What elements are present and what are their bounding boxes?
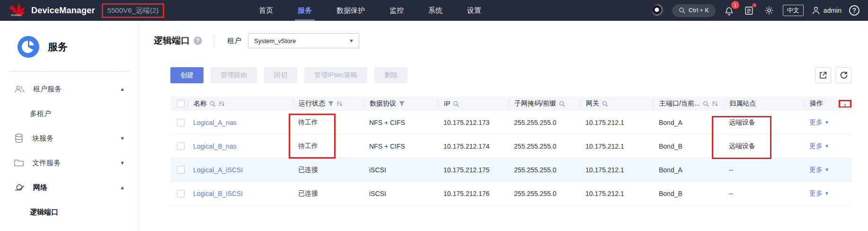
logical-port-link[interactable]: Logical_A_iSCSI	[193, 166, 243, 174]
sidebar-item-label: 块服务	[32, 134, 53, 143]
nav-settings[interactable]: 设置	[467, 0, 481, 21]
col-status: 运行状态	[299, 100, 325, 107]
gateway-cell: 10.175.212.1	[580, 142, 653, 150]
gear-icon	[764, 5, 774, 16]
filter-icon[interactable]	[328, 101, 334, 107]
col-site: 归属站点	[729, 100, 756, 107]
status-cell: 待工作	[292, 118, 363, 127]
export-button[interactable]	[815, 67, 831, 83]
page-help-icon[interactable]: ?	[194, 36, 202, 45]
capacity-donut-icon[interactable]	[652, 4, 664, 17]
protocol-cell: iSCSI	[363, 166, 438, 174]
people-icon	[14, 84, 25, 94]
notifications-button[interactable]: 1	[723, 4, 735, 17]
user-menu[interactable]: admin	[811, 6, 841, 15]
global-search[interactable]: Ctrl + K	[672, 4, 716, 17]
sidebar-title: 服务	[48, 40, 68, 53]
more-actions-button[interactable]: 更多▼	[809, 189, 829, 198]
language-selector[interactable]: 中文	[783, 5, 804, 16]
chevron-down-icon: ▼	[349, 38, 354, 44]
help-button[interactable]: ?	[849, 5, 859, 16]
select-all-checkbox[interactable]	[177, 100, 185, 107]
site-cell: --	[723, 166, 804, 174]
more-actions-button[interactable]: 更多▼	[809, 166, 829, 174]
top-nav: 首页 服务 数据保护 监控 系统 设置	[259, 0, 481, 21]
port-cell: Bond_B	[653, 142, 723, 150]
mask-cell: 255.255.255.0	[508, 119, 580, 126]
row-checkbox[interactable]	[177, 119, 185, 126]
filter-icon[interactable]	[399, 101, 405, 107]
nav-system[interactable]: 系统	[428, 0, 443, 21]
more-actions-button[interactable]: 更多▼	[809, 142, 829, 151]
brand: HUAWEI DeviceManager	[7, 2, 95, 18]
sort-icon[interactable]	[337, 101, 342, 107]
sidebar-item-block-service[interactable]: 块服务 ▼	[0, 126, 139, 151]
notification-badge: 1	[731, 1, 739, 9]
sidebar-item-file-service[interactable]: 文件服务 ▼	[0, 151, 139, 175]
row-checkbox[interactable]	[177, 142, 185, 150]
table-header-row: 名称 运行状态 数据协议 IP 子网掩码/前	[170, 97, 852, 111]
sidebar-header: 服务	[0, 33, 139, 61]
toolbar: 创建 管理路由 回切 管理IPsec策略 删除	[170, 67, 852, 83]
logical-port-link[interactable]: Logical_B_nas	[193, 142, 237, 150]
settings-gear-button[interactable]	[763, 4, 775, 17]
logical-port-link[interactable]: Logical_B_iSCSI	[193, 190, 243, 197]
chevron-down-icon: ▼	[824, 191, 829, 196]
ip-cell: 10.175.212.174	[438, 142, 508, 150]
tenant-selected-value: System_vStore	[254, 37, 296, 44]
tenant-select[interactable]: System_vStore ▼	[248, 33, 359, 48]
more-actions-button[interactable]: 更多▼	[809, 118, 829, 127]
gateway-cell: 10.175.212.1	[580, 119, 653, 126]
sort-icon[interactable]	[219, 101, 224, 107]
mask-cell: 255.255.255.0	[508, 166, 580, 174]
device-name-annotated[interactable]: 5500V6_远端(2)	[102, 3, 164, 18]
manage-ipsec-button[interactable]: 管理IPsec策略	[304, 67, 367, 83]
failback-button[interactable]: 回切	[264, 67, 297, 83]
search-icon[interactable]	[559, 101, 565, 107]
ip-cell: 10.175.212.176	[438, 190, 508, 197]
sidebar-item-label: 逻辑端口	[30, 208, 58, 217]
logical-port-table: 名称 运行状态 数据协议 IP 子网掩码/前	[170, 97, 852, 205]
table-row: Logical_B_nas 待工作 NFS + CIFS 10.175.212.…	[170, 134, 852, 158]
manage-route-button[interactable]: 管理路由	[211, 67, 257, 83]
nav-monitor[interactable]: 监控	[390, 0, 404, 21]
logical-port-link[interactable]: Logical_A_nas	[193, 119, 237, 126]
main-content: 逻辑端口 ? 租户 System_vStore ▼ 创建 管理路由 回切 管理I…	[140, 21, 868, 231]
chevron-up-icon: ▲	[120, 185, 125, 190]
site-cell: 远端设备	[723, 142, 804, 151]
export-icon	[819, 71, 827, 80]
sidebar-item-network[interactable]: 网络 ▲	[0, 175, 139, 200]
ip-cell: 10.175.212.175	[438, 166, 508, 174]
search-icon[interactable]	[210, 101, 216, 107]
task-log-button[interactable]	[743, 4, 755, 17]
sidebar-divider	[9, 71, 130, 72]
top-right-cluster: Ctrl + K 1 中文 admi	[652, 4, 859, 17]
huawei-wordmark: HUAWEI	[11, 14, 22, 17]
sort-icon[interactable]	[712, 101, 717, 107]
search-icon[interactable]	[703, 101, 709, 107]
search-icon[interactable]	[602, 101, 608, 107]
refresh-button[interactable]	[836, 67, 852, 83]
sidebar-item-tenant-service[interactable]: 租户服务 ▲	[0, 77, 139, 101]
planet-icon	[14, 182, 25, 193]
document-icon	[744, 6, 754, 16]
create-button[interactable]: 创建	[170, 67, 204, 83]
sidebar-item-label: 文件服务	[32, 159, 61, 168]
gateway-cell: 10.175.212.1	[580, 190, 653, 197]
col-action: 操作	[810, 100, 823, 107]
folder-icon	[14, 158, 24, 168]
nav-services[interactable]: 服务	[298, 0, 312, 21]
nav-data-protection[interactable]: 数据保护	[337, 0, 365, 21]
row-checkbox[interactable]	[177, 166, 185, 174]
delete-button[interactable]: 删除	[374, 67, 407, 83]
search-icon[interactable]	[453, 101, 459, 107]
sidebar-item-label: 网络	[33, 183, 47, 192]
site-cell: --	[723, 190, 804, 197]
mask-cell: 255.255.255.0	[508, 142, 580, 150]
nav-home[interactable]: 首页	[259, 0, 273, 21]
sidebar-item-multi-tenant[interactable]: 多租户	[0, 101, 139, 126]
sidebar-item-logical-port[interactable]: 逻辑端口	[0, 200, 139, 224]
row-checkbox[interactable]	[177, 190, 185, 197]
page-title: 逻辑端口	[154, 35, 190, 47]
expand-columns-icon-annotated[interactable]: ⌄⌄	[839, 100, 851, 107]
